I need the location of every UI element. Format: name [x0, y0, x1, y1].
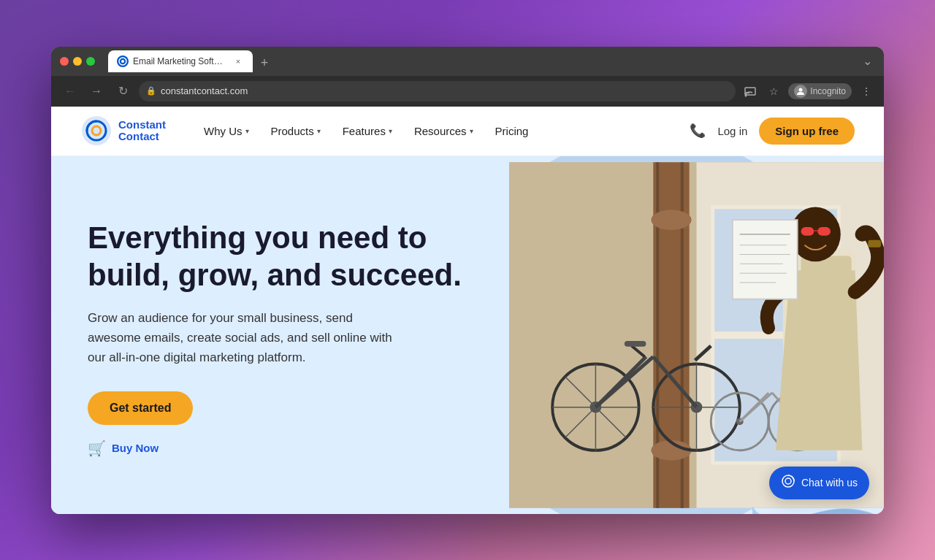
- logo-line1: Constant: [118, 119, 166, 131]
- menu-button[interactable]: ⋮: [858, 83, 875, 100]
- logo[interactable]: Constant Contact: [80, 115, 166, 147]
- browser-chrome: Email Marketing Software | Co... × + ⌄ ←…: [51, 47, 884, 107]
- svg-rect-49: [733, 220, 798, 299]
- signup-button[interactable]: Sign up free: [759, 118, 855, 145]
- buy-now-link[interactable]: 🛒 Buy Now: [88, 440, 473, 457]
- close-button[interactable]: [60, 57, 69, 66]
- traffic-lights: [60, 57, 95, 66]
- svg-point-1: [121, 60, 124, 63]
- chevron-down-icon: ▾: [470, 127, 473, 135]
- active-tab[interactable]: Email Marketing Software | Co... ×: [108, 50, 253, 72]
- forward-button[interactable]: →: [86, 81, 107, 101]
- svg-rect-43: [801, 256, 852, 313]
- nav-links: Why Us ▾ Products ▾ Features ▾ Resources…: [195, 119, 690, 143]
- profile-avatar: [794, 85, 807, 98]
- reload-button[interactable]: ↻: [112, 81, 133, 101]
- chevron-down-icon: ▾: [389, 127, 392, 135]
- nav-right: 📞 Log in Sign up free: [690, 118, 855, 145]
- tab-title: Email Marketing Software | Co...: [133, 56, 228, 66]
- nav-item-features[interactable]: Features ▾: [334, 119, 401, 143]
- svg-rect-34: [625, 340, 646, 346]
- chat-label: Chat with us: [801, 477, 858, 488]
- svg-rect-46: [817, 227, 831, 236]
- window-controls[interactable]: ⌄: [863, 54, 875, 68]
- phone-icon[interactable]: 📞: [690, 123, 706, 139]
- browser-window: Email Marketing Software | Co... × + ⌄ ←…: [51, 47, 884, 514]
- toolbar-right: ☆ Incognito ⋮: [741, 83, 875, 100]
- tab-close-button[interactable]: ×: [232, 55, 244, 67]
- svg-point-57: [785, 478, 791, 484]
- hero-subtext: Grow an audience for your small business…: [88, 308, 409, 368]
- tab-favicon: [117, 55, 129, 67]
- chevron-down-icon: ▾: [317, 127, 321, 135]
- address-bar[interactable]: 🔒 constantcontact.com: [139, 81, 736, 101]
- svg-rect-45: [801, 227, 814, 236]
- chat-icon: [781, 474, 795, 492]
- svg-point-13: [651, 210, 691, 230]
- nav-item-products[interactable]: Products ▾: [262, 119, 329, 143]
- nav-item-resources[interactable]: Resources ▾: [405, 119, 482, 143]
- tab-bar: Email Marketing Software | Co... × +: [108, 50, 857, 72]
- cart-icon: 🛒: [88, 440, 106, 457]
- bookmark-icon[interactable]: ☆: [765, 83, 782, 100]
- hero-left: Everything you need to build, grow, and …: [51, 156, 509, 514]
- svg-rect-48: [868, 239, 881, 247]
- hero-headline: Everything you need to build, grow, and …: [88, 220, 468, 294]
- logo-text: Constant Contact: [118, 119, 166, 143]
- chevron-down-icon: ▾: [245, 127, 249, 135]
- browser-titlebar: Email Marketing Software | Co... × + ⌄: [51, 47, 884, 76]
- logo-icon: [80, 115, 112, 147]
- lock-icon: 🔒: [146, 86, 156, 96]
- hero-right: [509, 156, 884, 514]
- login-link[interactable]: Log in: [717, 125, 747, 137]
- browser-toolbar: ← → ↻ 🔒 constantcontact.com ☆: [51, 76, 884, 107]
- new-tab-button[interactable]: +: [256, 55, 273, 72]
- nav-item-why-us[interactable]: Why Us ▾: [195, 119, 258, 143]
- website-content: Constant Contact Why Us ▾ Products ▾ Fea…: [51, 107, 884, 514]
- incognito-badge: Incognito: [788, 83, 852, 99]
- minimize-button[interactable]: [73, 57, 82, 66]
- maximize-button[interactable]: [86, 57, 95, 66]
- site-nav: Constant Contact Why Us ▾ Products ▾ Fea…: [51, 107, 884, 156]
- back-button[interactable]: ←: [60, 81, 80, 101]
- hero-section: Everything you need to build, grow, and …: [51, 156, 884, 514]
- chat-widget[interactable]: Chat with us: [769, 467, 869, 499]
- url-text: constantcontact.com: [161, 85, 728, 96]
- get-started-button[interactable]: Get started: [88, 391, 193, 425]
- incognito-label: Incognito: [810, 86, 846, 96]
- svg-point-3: [745, 94, 747, 96]
- cast-icon[interactable]: [741, 83, 759, 100]
- nav-item-pricing[interactable]: Pricing: [486, 119, 538, 143]
- svg-point-4: [799, 88, 803, 91]
- logo-line2: Contact: [118, 131, 166, 143]
